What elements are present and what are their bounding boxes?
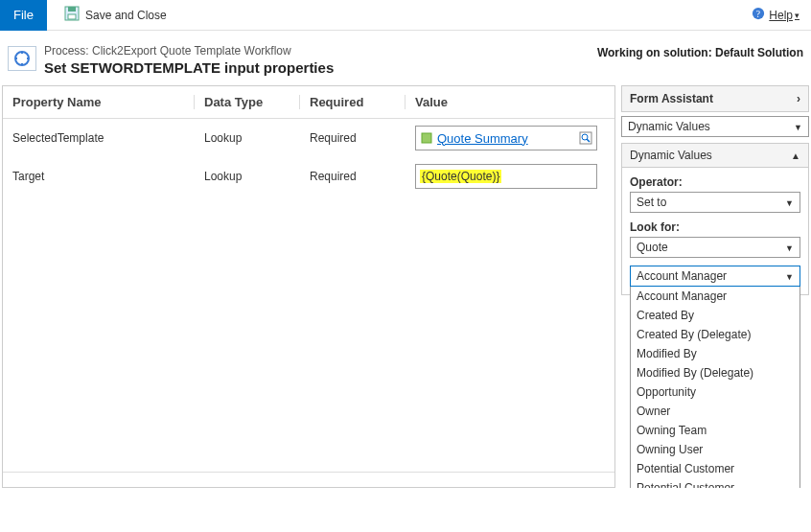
dynamic-values-section-header[interactable]: Dynamic Values ▲	[621, 143, 809, 168]
operator-value: Set to	[637, 196, 666, 209]
dropdown-option[interactable]: Opportunity	[631, 382, 799, 402]
cell-datatype: Lookup	[195, 170, 300, 183]
collapse-icon: ▲	[791, 150, 800, 161]
process-line: Process: Click2Export Quote Template Wor…	[44, 44, 597, 58]
dropdown-arrow-icon	[785, 196, 794, 209]
lookup-link[interactable]: Quote Summary	[437, 131, 528, 146]
grid-body: SelectedTemplate Lookup Required Quote S…	[3, 119, 614, 472]
dropdown-option[interactable]: Owning User	[631, 440, 799, 459]
dropdown-option[interactable]: Potential Customer	[631, 478, 799, 488]
table-row: Target Lookup Required {Quote(Quote)}	[3, 157, 614, 196]
grid-header: Property Name Data Type Required Value	[3, 86, 614, 119]
lookup-search-icon[interactable]	[579, 131, 592, 145]
page-title: Set SETWORDTEMPLATE input properties	[44, 59, 597, 76]
dropdown-arrow-icon	[794, 120, 802, 133]
solution-prefix: Working on solution:	[597, 46, 715, 59]
dropdown-option[interactable]: Potential Customer	[631, 459, 799, 478]
dropdown-arrow-icon	[785, 269, 794, 283]
cell-value: {Quote(Quote)}	[406, 164, 614, 189]
col-required[interactable]: Required	[300, 95, 406, 109]
cell-required: Required	[300, 170, 406, 183]
lookfor-attribute-select[interactable]: Account Manager Account ManagerCreated B…	[630, 266, 800, 287]
operator-select[interactable]: Set to	[630, 192, 800, 213]
toolbar: File Save and Close ? Help ▾	[0, 0, 811, 31]
form-assistant-title: Form Assistant	[630, 92, 713, 105]
dropdown-option[interactable]: Account Manager	[631, 287, 799, 306]
col-value[interactable]: Value	[406, 95, 614, 109]
lookfor-attribute-value: Account Manager	[637, 269, 727, 283]
cell-property: Target	[3, 170, 195, 183]
col-data-type[interactable]: Data Type	[195, 95, 300, 109]
svg-text:?: ?	[756, 9, 760, 19]
dropdown-option[interactable]: Modified By	[631, 344, 799, 363]
save-close-label: Save and Close	[85, 9, 167, 22]
chevron-down-icon: ▾	[795, 11, 799, 20]
col-property-name[interactable]: Property Name	[3, 95, 195, 109]
form-assistant: Form Assistant › Dynamic Values Dynamic …	[621, 85, 809, 488]
dropdown-option[interactable]: Created By	[631, 306, 799, 325]
cell-datatype: Lookup	[195, 131, 300, 145]
save-and-close-button[interactable]: Save and Close	[55, 2, 176, 28]
cell-required: Required	[300, 131, 406, 145]
dynamic-values-panel: Operator: Set to Look for: Quote Account…	[621, 168, 809, 295]
svg-line-9	[587, 139, 590, 142]
save-icon	[64, 6, 85, 24]
svg-rect-1	[68, 7, 76, 12]
lookfor-entity-select[interactable]: Quote	[630, 237, 800, 258]
cell-property: SelectedTemplate	[3, 131, 195, 145]
horizontal-scrollbar[interactable]	[3, 472, 614, 487]
section-label: Dynamic Values	[630, 149, 712, 162]
slug-value: {Quote(Quote)}	[420, 170, 501, 183]
assistant-mode-value: Dynamic Values	[628, 120, 710, 133]
solution-name: Default Solution	[715, 46, 803, 59]
table-row: SelectedTemplate Lookup Required Quote S…	[3, 119, 614, 157]
dropdown-option[interactable]: Created By (Delegate)	[631, 325, 799, 344]
target-field[interactable]: {Quote(Quote)}	[415, 164, 597, 189]
dropdown-arrow-icon	[785, 241, 794, 254]
dropdown-option[interactable]: Modified By (Delegate)	[631, 363, 799, 382]
solution-line: Working on solution: Default Solution	[597, 46, 803, 59]
attribute-dropdown-list: Account ManagerCreated ByCreated By (Del…	[630, 287, 800, 488]
svg-rect-2	[68, 14, 76, 19]
lookfor-entity-value: Quote	[637, 241, 668, 254]
lookfor-label: Look for:	[630, 220, 800, 234]
cell-value: Quote Summary	[406, 126, 614, 150]
help-link[interactable]: ? Help ▾	[752, 7, 799, 23]
record-icon	[420, 131, 433, 145]
form-assistant-header[interactable]: Form Assistant ›	[621, 85, 809, 112]
file-label: File	[13, 8, 34, 22]
process-prefix: Process:	[44, 44, 92, 58]
chevron-right-icon: ›	[797, 92, 800, 105]
dropdown-option[interactable]: Owner	[631, 402, 799, 421]
assistant-mode-select[interactable]: Dynamic Values	[621, 116, 809, 137]
operator-label: Operator:	[630, 175, 800, 189]
process-name: Click2Export Quote Template Workflow	[92, 44, 291, 58]
help-icon: ?	[752, 7, 769, 23]
properties-grid: Property Name Data Type Required Value S…	[2, 85, 615, 488]
help-label: Help	[769, 9, 793, 22]
file-button[interactable]: File	[0, 0, 47, 31]
page-header: Process: Click2Export Quote Template Wor…	[0, 31, 811, 85]
svg-point-5	[15, 52, 29, 65]
process-icon	[8, 46, 36, 71]
lookup-field-selectedtemplate[interactable]: Quote Summary	[415, 126, 597, 150]
dropdown-option[interactable]: Owning Team	[631, 421, 799, 440]
svg-rect-6	[422, 133, 431, 143]
